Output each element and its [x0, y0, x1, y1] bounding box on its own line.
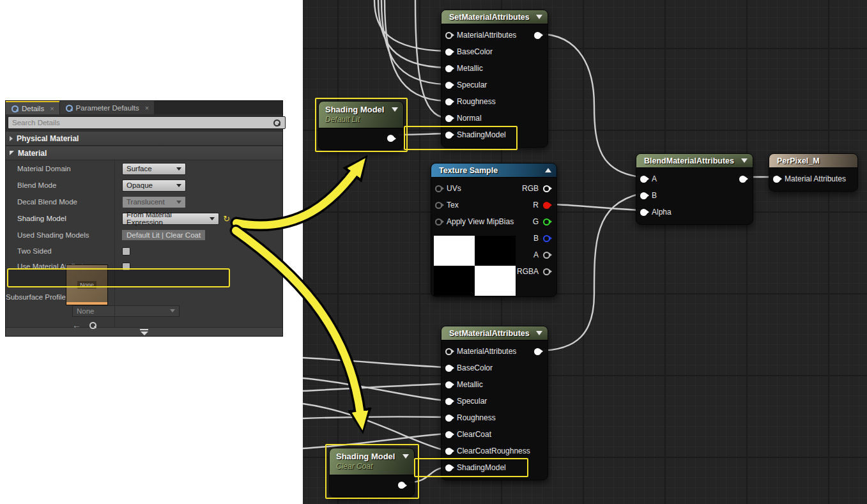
- input-pin[interactable]: [640, 192, 647, 199]
- pin-label: BaseColor: [457, 47, 493, 56]
- pin-row: Roughness: [441, 409, 548, 426]
- input-pin[interactable]: [445, 65, 452, 72]
- input-pin[interactable]: [445, 381, 452, 388]
- pin-label: A: [652, 174, 657, 183]
- input-pin[interactable]: [445, 98, 452, 105]
- collapsed-arrow-icon[interactable]: [10, 136, 13, 141]
- property-label: Material Domain: [6, 165, 114, 172]
- pin-row: Metallic: [441, 376, 548, 393]
- property-list: Material Domain Surface Blend Mode Opaqu…: [6, 160, 282, 327]
- pin-row: Specular: [441, 393, 548, 409]
- pin-row: Apply View MipBiasG: [431, 213, 556, 230]
- output-pin[interactable]: [543, 235, 550, 242]
- tab-parameter-defaults[interactable]: Parameter Defaults ×: [59, 101, 155, 114]
- node-per-pixel-m[interactable]: PerPixel_M Material Attributes: [769, 153, 858, 192]
- node-header[interactable]: SetMaterialAttributes: [441, 326, 548, 340]
- pin-label: Normal: [457, 114, 482, 123]
- chevron-down-icon[interactable]: [536, 331, 542, 335]
- two-sided-checkbox[interactable]: [122, 247, 130, 256]
- pin-row: BaseColor: [441, 360, 548, 376]
- pin-label: Roughness: [457, 97, 496, 106]
- output-pin[interactable]: [739, 176, 746, 183]
- node-title: Texture Sample: [439, 166, 498, 175]
- highlight-box-shading-model-row: [7, 268, 230, 287]
- expanded-arrow-icon[interactable]: [10, 151, 14, 155]
- row-material-domain: Material Domain Surface: [6, 160, 282, 177]
- texture-preview: [434, 236, 516, 296]
- input-pin[interactable]: [445, 348, 452, 355]
- material-graph-canvas[interactable]: SetMaterialAttributes MaterialAttributes…: [303, 0, 867, 504]
- input-pin[interactable]: [445, 448, 452, 455]
- pin-row: MaterialAttributes: [441, 343, 548, 360]
- chevron-down-icon[interactable]: [741, 158, 748, 163]
- output-pin[interactable]: [543, 252, 550, 259]
- graph-wires: [303, 0, 867, 504]
- node-title: PerPixel_M: [777, 157, 820, 165]
- input-pin[interactable]: [640, 176, 647, 183]
- tab-details[interactable]: Details ×: [6, 101, 59, 114]
- input-pin[interactable]: [445, 415, 452, 422]
- node-header[interactable]: SetMaterialAttributes: [441, 10, 548, 24]
- use-selected-asset-icon[interactable]: ←: [72, 320, 81, 330]
- pin-label: Apply View MipBias: [447, 217, 514, 226]
- highlight-box-shadingmodel-pin-top: [404, 126, 518, 150]
- input-pin[interactable]: [445, 365, 452, 372]
- node-title: SetMaterialAttributes: [449, 13, 530, 22]
- property-label: Subsurface Profile: [6, 293, 66, 301]
- pin-row: Metallic: [441, 60, 548, 77]
- shading-model-dropdown[interactable]: From Material Expression: [122, 213, 219, 225]
- pin-row: UVsRGB: [431, 180, 556, 197]
- node-header[interactable]: BlendMaterialAttributes: [636, 154, 753, 168]
- input-pin[interactable]: [640, 209, 647, 216]
- material-domain-dropdown[interactable]: Surface: [122, 163, 186, 175]
- input-pin[interactable]: [435, 185, 442, 192]
- section-material[interactable]: Material: [6, 146, 282, 160]
- output-pin[interactable]: [543, 268, 550, 275]
- pin-row: BaseColor: [441, 43, 548, 60]
- input-pin[interactable]: [435, 218, 442, 225]
- pin-row: Alpha: [636, 204, 753, 220]
- node-blend-material-attributes[interactable]: BlendMaterialAttributes ABAlpha: [636, 153, 753, 225]
- output-pin[interactable]: [543, 218, 550, 225]
- input-pin[interactable]: [445, 49, 452, 56]
- property-label: Blend Mode: [6, 181, 114, 189]
- node-header[interactable]: PerPixel_M: [769, 154, 857, 168]
- input-pin[interactable]: [445, 82, 452, 89]
- pin-label: Roughness: [457, 413, 496, 422]
- pin-label: Specular: [457, 397, 487, 406]
- pin-label: Metallic: [457, 380, 483, 389]
- pin-row: MaterialAttributes: [441, 27, 548, 43]
- input-pin[interactable]: [435, 202, 442, 209]
- section-physical-material[interactable]: Physical Material: [6, 131, 282, 146]
- blend-mode-dropdown[interactable]: Opaque: [122, 179, 186, 192]
- input-pin[interactable]: [773, 176, 780, 183]
- pin-label: Material Attributes: [785, 174, 846, 183]
- input-pin[interactable]: [445, 115, 452, 122]
- input-pin[interactable]: [445, 431, 452, 438]
- column-divider[interactable]: [114, 160, 115, 327]
- input-pin[interactable]: [445, 398, 452, 405]
- reset-to-default-icon[interactable]: ↺: [223, 215, 230, 223]
- browse-asset-icon[interactable]: [89, 321, 96, 329]
- close-icon[interactable]: ×: [50, 105, 54, 112]
- output-pin[interactable]: [534, 348, 541, 355]
- node-header[interactable]: Texture Sample: [431, 164, 556, 178]
- close-icon[interactable]: ×: [145, 104, 149, 112]
- chevron-up-icon[interactable]: [545, 168, 551, 172]
- output-pin[interactable]: [534, 32, 541, 39]
- highlight-box-shadingmodel-pin-bottom: [414, 458, 528, 477]
- dropdown-value: Translucent: [127, 198, 165, 206]
- dropdown-value: None: [77, 307, 95, 315]
- node-title: SetMaterialAttributes: [449, 329, 530, 338]
- pin-row: ClearCoat: [441, 426, 548, 443]
- output-pin[interactable]: [543, 185, 550, 192]
- dropdown-value: From Material Expression: [127, 211, 210, 226]
- chevron-down-icon[interactable]: [536, 15, 542, 19]
- pin-label: RGB: [522, 184, 539, 193]
- node-set-material-attributes-bottom[interactable]: SetMaterialAttributes MaterialAttributes…: [441, 326, 548, 480]
- input-pin[interactable]: [445, 32, 452, 39]
- search-input[interactable]: [8, 116, 286, 129]
- output-pin[interactable]: [543, 202, 550, 209]
- chevron-down-icon: [170, 309, 175, 312]
- node-texture-sample[interactable]: Texture Sample UVsRGBTexRApply View MipB…: [431, 163, 557, 297]
